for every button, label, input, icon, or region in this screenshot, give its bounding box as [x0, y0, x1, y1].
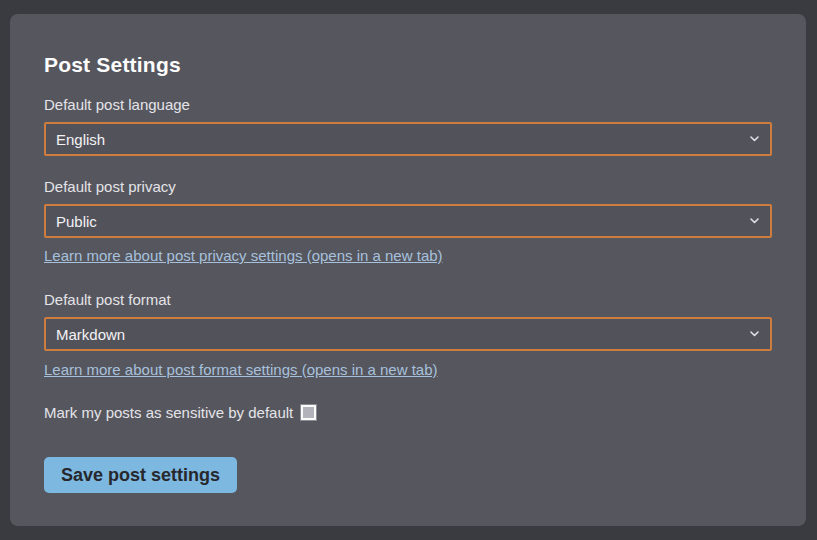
format-field-group: Default post format Markdown Learn more …: [44, 290, 772, 379]
sensitive-label: Mark my posts as sensitive by default: [44, 404, 293, 421]
post-settings-card: Post Settings Default post language Engl…: [10, 14, 806, 526]
sensitive-checkbox[interactable]: [301, 405, 316, 420]
page-title: Post Settings: [44, 52, 772, 78]
format-learn-more-link[interactable]: Learn more about post format settings (o…: [44, 361, 438, 378]
format-label: Default post format: [44, 290, 772, 310]
privacy-learn-more-link[interactable]: Learn more about post privacy settings (…: [44, 247, 443, 264]
language-label: Default post language: [44, 95, 772, 115]
language-field-group: Default post language English: [44, 95, 772, 156]
format-select[interactable]: Markdown: [44, 317, 772, 351]
privacy-select-wrap: Public: [44, 204, 772, 238]
language-select-wrap: English: [44, 122, 772, 156]
save-post-settings-button[interactable]: Save post settings: [44, 457, 237, 493]
privacy-select[interactable]: Public: [44, 204, 772, 238]
format-select-wrap: Markdown: [44, 317, 772, 351]
privacy-label: Default post privacy: [44, 177, 772, 197]
language-select[interactable]: English: [44, 122, 772, 156]
privacy-field-group: Default post privacy Public Learn more a…: [44, 177, 772, 265]
sensitive-checkbox-row: Mark my posts as sensitive by default: [44, 404, 772, 421]
